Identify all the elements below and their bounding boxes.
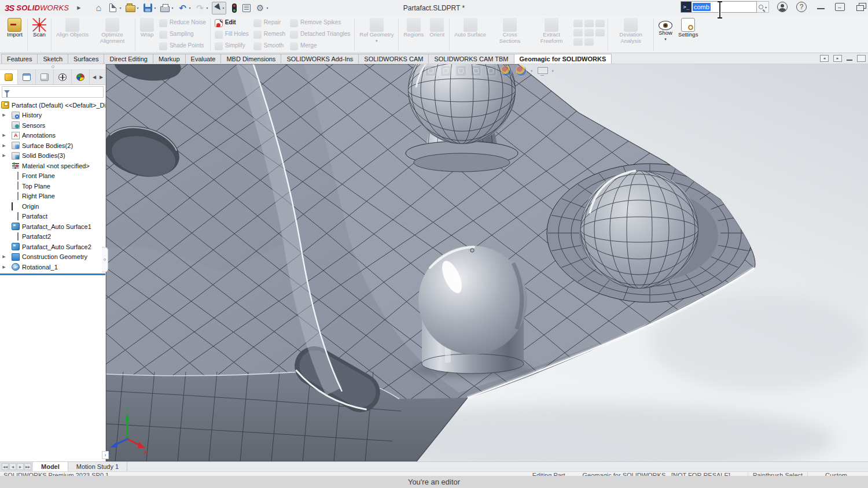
search-command-box[interactable]: >_ comb ▾ [681,1,769,13]
cross-sections-button[interactable]: Cross Sections [490,17,529,45]
chevron-down-icon[interactable]: ▾ [171,6,173,10]
orient-button[interactable]: Orient [428,17,446,39]
detached-triangles-button[interactable]: Detached Triangles [289,29,351,40]
optimize-alignment-button[interactable]: Optimize Alignment [93,17,132,45]
pane-previous-icon[interactable]: ◂ [820,55,829,62]
panel-tabs-scroll-right-icon[interactable]: ▶ [98,75,104,80]
tree-item-front-plane[interactable]: Front Plane [0,171,105,182]
primitive-sphere-icon[interactable] [584,38,594,46]
solidworks-logo[interactable]: 3S SOLIDWORKS ▶ [5,3,80,13]
remesh-button[interactable]: Remesh [252,29,286,40]
primitive-box-icon[interactable] [573,20,583,27]
tab-evaluate[interactable]: Evaluate [185,54,222,64]
tree-item-annotations[interactable]: Annotations [0,131,105,141]
chevron-down-icon[interactable]: ▾ [552,69,554,73]
print-button[interactable]: ▾ [160,3,173,13]
section-view-icon[interactable] [440,65,451,76]
tree-item-solid-bodies[interactable]: Solid Bodies(3) [0,151,105,161]
expand-arrow-icon[interactable] [1,143,7,148]
tab-markup[interactable]: Markup [153,54,186,64]
wrap-button[interactable]: Wrap [138,17,156,39]
chevron-down-icon[interactable]: ▾ [765,5,767,9]
tab-feature-manager[interactable] [0,70,18,84]
apply-scene-icon[interactable] [516,65,527,76]
graphics-viewport[interactable]: Y X Z ▾ ▾ [106,64,868,461]
show-button[interactable]: Show▾ [657,17,674,42]
home-button[interactable]: ⌂ [93,3,104,13]
tree-item-construction-geometry[interactable]: Construction Geometry [0,252,105,263]
tab-solidworks-cam-tbm[interactable]: SOLIDWORKS CAM TBM [428,54,514,64]
tree-root-item[interactable]: Partafact (Default) <<Default>_Display [0,100,105,110]
import-button[interactable]: Import [5,17,24,39]
tab-direct-editing[interactable]: Direct Editing [104,54,153,64]
tab-geomagic-for-solidworks[interactable]: Geomagic for SOLIDWORKS [514,54,612,64]
tree-filter-input[interactable] [12,88,101,96]
file-properties-button[interactable] [242,4,251,12]
tree-item-right-plane[interactable]: Right Plane [0,191,105,202]
zoom-fit-icon[interactable] [425,65,436,76]
expand-arrow-icon[interactable] [1,133,7,138]
tab-property-manager[interactable] [18,70,36,84]
auto-surface-button[interactable]: Auto Surface [453,17,488,39]
options-button[interactable]: ⚙▾ [255,3,268,13]
reduce-noise-button[interactable]: Reduce Noise [158,17,207,28]
panel-expand-arrow[interactable]: › [102,451,109,459]
performance-pipeline-button[interactable] [230,3,238,13]
scan-button[interactable]: Scan [31,17,48,39]
simplify-button[interactable]: Simplify [214,40,250,51]
tree-item-surface-bodies[interactable]: Surface Bodies(2) [0,141,105,151]
tab-dimxpert-manager[interactable] [54,70,72,84]
primitive-helix-icon[interactable] [573,38,583,46]
tab-solidworks-cam[interactable]: SOLIDWORKS CAM [358,54,429,64]
tree-filter[interactable] [2,86,104,98]
primitive-plane-icon[interactable] [595,20,605,27]
fill-holes-button[interactable]: Fill Holes [214,29,250,40]
expand-arrow-icon[interactable] [1,254,7,259]
chevron-down-icon[interactable]: ▾ [154,6,156,10]
deviation-analysis-button[interactable]: Deviation Analysis [611,17,650,45]
settings-button[interactable]: Settings [676,17,700,39]
expand-arrow-icon[interactable] [1,153,7,158]
primitive-cone-icon[interactable] [584,29,594,36]
ref-geometry-button[interactable]: Ref Geometry▾ [358,17,395,44]
regions-button[interactable]: Regions [402,17,425,39]
rollback-bar[interactable] [0,273,105,275]
new-document-button[interactable]: ▾ [108,3,121,13]
chevron-down-icon[interactable]: ▾ [189,6,190,10]
tree-item-rotational-1[interactable]: Rotational_1 [0,262,105,272]
document-restore-icon[interactable] [857,55,866,62]
save-button[interactable]: ▾ [142,3,156,13]
chevron-down-icon[interactable]: ▾ [664,37,667,42]
help-button[interactable]: ? [796,1,807,13]
expand-arrow-icon[interactable] [1,113,7,117]
search-button[interactable]: ▾ [757,1,769,13]
menu-expand-arrow-icon[interactable]: ▶ [77,5,80,10]
sampling-button[interactable]: Sampling [158,29,207,40]
tab-solidworks-addins[interactable]: SOLIDWORKS Add-Ins [281,54,359,64]
view-settings-icon[interactable] [537,65,548,76]
chevron-down-icon[interactable]: ▾ [119,6,121,10]
tab-model[interactable]: Model [33,462,68,471]
shade-points-button[interactable]: Shade Points [158,40,207,51]
chevron-down-icon[interactable]: ▾ [266,6,268,10]
tab-motion-study[interactable]: Motion Study 1 [68,462,127,471]
tree-item-partafact2[interactable]: Partafact2 [0,232,105,242]
merge-button[interactable]: Merge [289,40,351,51]
tab-sketch[interactable]: Sketch [37,54,68,64]
panel-splitter-grip[interactable] [0,64,105,70]
tab-features[interactable]: Features [1,54,38,64]
tree-item-auto-surface1[interactable]: Partafact_Auto Surface1 [0,221,105,232]
panel-resize-handle[interactable] [102,247,108,272]
tab-mbd-dimensions[interactable]: MBD Dimensions [220,54,281,64]
edit-button[interactable]: Edit [214,17,250,28]
first-tab-icon[interactable]: ◂◂ [2,463,9,470]
chevron-down-icon[interactable]: ▾ [376,39,378,43]
extract-freeform-button[interactable]: Extract Freeform [532,17,571,45]
repair-button[interactable]: Repair [252,17,286,28]
view-orientation-icon[interactable] [455,65,466,76]
tab-display-manager[interactable] [72,70,90,84]
chevron-down-icon[interactable]: ▾ [137,6,138,10]
tree-item-partafact[interactable]: Partafact [0,212,105,222]
pane-next-icon[interactable]: ▸ [833,55,842,62]
primitive-cylinder-icon[interactable] [584,20,594,27]
